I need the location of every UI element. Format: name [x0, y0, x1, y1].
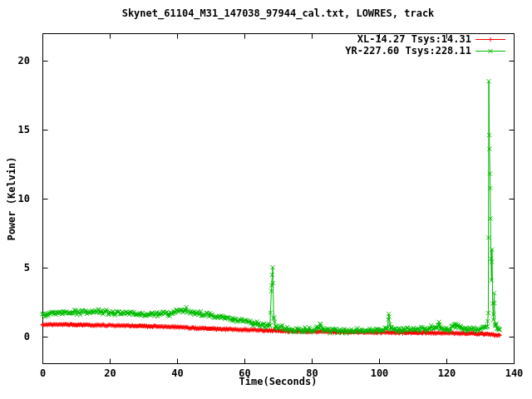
gnuplot-window: Skynet_61104_M31_147038_97944_cal.txt, L… [0, 0, 532, 399]
plot-canvas [0, 0, 532, 399]
